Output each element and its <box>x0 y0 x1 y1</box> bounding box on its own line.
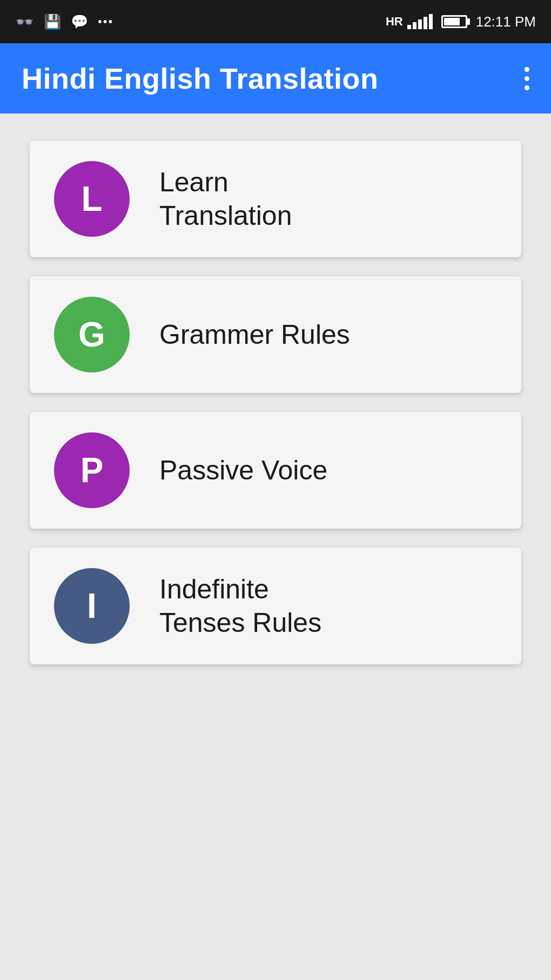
indefinite-tenses-item[interactable]: I IndefiniteTenses Rules <box>30 548 521 664</box>
indefinite-tenses-label: IndefiniteTenses Rules <box>159 572 321 640</box>
hr-label: HR <box>386 15 403 29</box>
passive-voice-item[interactable]: P Passive Voice <box>30 412 521 529</box>
app-bar: Hindi English Translation <box>0 43 551 114</box>
learn-translation-label: LearnTranslation <box>159 165 292 233</box>
indefinite-tenses-avatar: I <box>54 568 130 644</box>
status-bar-right: HR 12:11 PM <box>386 14 536 30</box>
more-options-button[interactable] <box>525 67 529 90</box>
save-icon: 💾 <box>44 14 61 30</box>
grammer-rules-label: Grammer Rules <box>159 318 350 352</box>
message-icon: 💬 <box>71 14 88 30</box>
status-bar-left: 👓 💾 💬 ••• <box>15 13 113 31</box>
passive-voice-avatar: P <box>54 432 130 508</box>
main-content: L LearnTranslation G Grammer Rules P Pas… <box>0 114 551 691</box>
overflow-icon: ••• <box>98 15 113 29</box>
battery-icon <box>441 15 467 28</box>
time-display: 12:11 PM <box>476 14 536 30</box>
passive-voice-label: Passive Voice <box>159 454 327 488</box>
grammer-rules-avatar: G <box>54 297 130 372</box>
app-title: Hindi English Translation <box>22 62 379 95</box>
glasses-icon: 👓 <box>15 13 34 31</box>
signal-icon <box>407 14 433 29</box>
grammer-rules-item[interactable]: G Grammer Rules <box>30 276 521 393</box>
learn-translation-item[interactable]: L LearnTranslation <box>30 141 521 257</box>
learn-translation-avatar: L <box>54 161 130 237</box>
status-bar: 👓 💾 💬 ••• HR 12:11 PM <box>0 0 551 43</box>
